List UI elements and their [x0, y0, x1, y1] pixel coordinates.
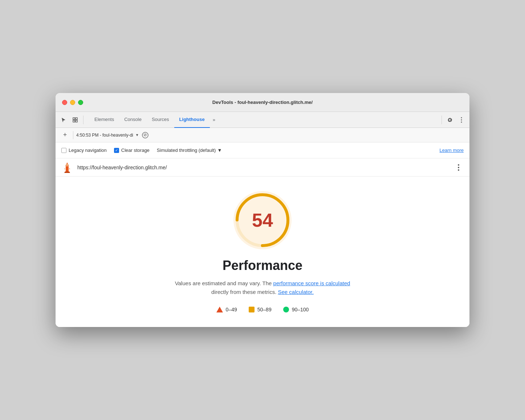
- toolbar-divider: [73, 131, 73, 139]
- tabbar: Elements Console Sources Lighthouse »: [56, 112, 469, 128]
- score-legend: 0–49 50–89 90–100: [216, 307, 309, 312]
- orange-range-label: 50–89: [257, 307, 272, 312]
- red-range-label: 0–49: [226, 307, 237, 312]
- svg-rect-0: [73, 118, 75, 120]
- throttling-dropdown-arrow[interactable]: ▼: [217, 148, 222, 153]
- calculator-link[interactable]: See calculator.: [278, 289, 313, 295]
- clear-storage-checkbox[interactable]: [114, 148, 119, 153]
- tab-elements[interactable]: Elements: [89, 112, 119, 128]
- devtools-window: DevTools - foul-heavenly-direction.glitc…: [56, 93, 469, 327]
- devtools-panel: Elements Console Sources Lighthouse »: [56, 112, 469, 327]
- more-options-icon[interactable]: [456, 115, 467, 125]
- settings-icon[interactable]: [445, 115, 455, 125]
- desc-text-mid: directly from these metrics.: [211, 289, 278, 295]
- svg-rect-8: [65, 165, 69, 166]
- legacy-nav-label: Legacy navigation: [69, 148, 107, 153]
- svg-rect-3: [76, 120, 77, 122]
- svg-marker-10: [64, 171, 70, 173]
- learn-more-link[interactable]: Learn more: [440, 148, 464, 153]
- throttling-text: Simulated throttling (default): [157, 148, 216, 153]
- url-dropdown-arrow[interactable]: ▼: [135, 133, 139, 137]
- legacy-nav-checkbox[interactable]: [61, 148, 66, 153]
- orange-square-icon: [249, 307, 255, 312]
- window-title: DevTools - foul-heavenly-direction.glitc…: [212, 100, 313, 105]
- timestamp-text: 4:50:53 PM - foul-heavenly-di: [76, 133, 133, 138]
- titlebar: DevTools - foul-heavenly-direction.glitc…: [56, 93, 469, 112]
- more-tabs-button[interactable]: »: [210, 117, 218, 122]
- minimize-button[interactable]: [70, 100, 75, 105]
- options-row: Legacy navigation Clear storage Simulate…: [56, 142, 469, 158]
- tab-lighthouse[interactable]: Lighthouse: [174, 112, 210, 128]
- legend-green: 90–100: [283, 307, 309, 312]
- svg-rect-1: [76, 118, 77, 120]
- url-display: https://foul-heavenly-direction.glitch.m…: [77, 165, 453, 170]
- toolbar-url: 4:50:53 PM - foul-heavenly-di ▼: [76, 133, 139, 138]
- performance-title: Performance: [223, 258, 302, 273]
- legacy-nav-checkbox-label[interactable]: Legacy navigation: [61, 148, 107, 153]
- svg-point-6: [461, 121, 462, 122]
- svg-marker-12: [64, 168, 65, 169]
- dot-1: [458, 164, 459, 166]
- tabbar-right: [440, 115, 467, 125]
- green-circle-icon: [283, 307, 289, 312]
- performance-description: Values are estimated and may vary. The p…: [175, 279, 350, 296]
- tab-console[interactable]: Console: [119, 112, 147, 128]
- close-button[interactable]: [62, 100, 67, 105]
- svg-rect-9: [66, 166, 69, 171]
- red-triangle-icon: [216, 307, 223, 312]
- score-value: 54: [252, 209, 273, 231]
- traffic-lights: [62, 100, 83, 105]
- main-content: 54 Performance Values are estimated and …: [56, 177, 469, 327]
- dot-3: [458, 169, 459, 171]
- clear-storage-checkbox-label[interactable]: Clear storage: [114, 148, 150, 153]
- clear-storage-label: Clear storage: [121, 148, 150, 153]
- toolbar: + 4:50:53 PM - foul-heavenly-di ▼ ⊘: [56, 128, 469, 142]
- url-row: https://foul-heavenly-direction.glitch.m…: [56, 158, 469, 177]
- throttling-selector[interactable]: Simulated throttling (default) ▼: [157, 148, 222, 153]
- svg-rect-2: [73, 120, 75, 122]
- maximize-button[interactable]: [78, 100, 83, 105]
- tab-sources[interactable]: Sources: [147, 112, 174, 128]
- legend-red: 0–49: [216, 307, 237, 312]
- cursor-icon[interactable]: [58, 115, 69, 125]
- perf-score-link[interactable]: performance score is calculated: [273, 280, 350, 286]
- score-circle: 54: [233, 191, 292, 249]
- no-entry-icon[interactable]: ⊘: [142, 132, 148, 138]
- lighthouse-logo-icon: [61, 162, 73, 173]
- desc-text-start: Values are estimated and may vary. The: [175, 280, 273, 286]
- svg-marker-13: [69, 168, 70, 169]
- add-tab-button[interactable]: +: [60, 130, 70, 140]
- svg-point-5: [461, 119, 462, 120]
- tabbar-icons: [58, 115, 85, 125]
- svg-rect-11: [66, 164, 68, 165]
- inspect-icon[interactable]: [70, 115, 80, 125]
- green-range-label: 90–100: [292, 307, 309, 312]
- tab-divider-2: [441, 116, 442, 124]
- dot-2: [458, 167, 459, 168]
- svg-point-4: [461, 117, 462, 118]
- tab-divider-1: [83, 116, 84, 124]
- url-row-more-button[interactable]: [453, 162, 464, 173]
- legend-orange: 50–89: [249, 307, 272, 312]
